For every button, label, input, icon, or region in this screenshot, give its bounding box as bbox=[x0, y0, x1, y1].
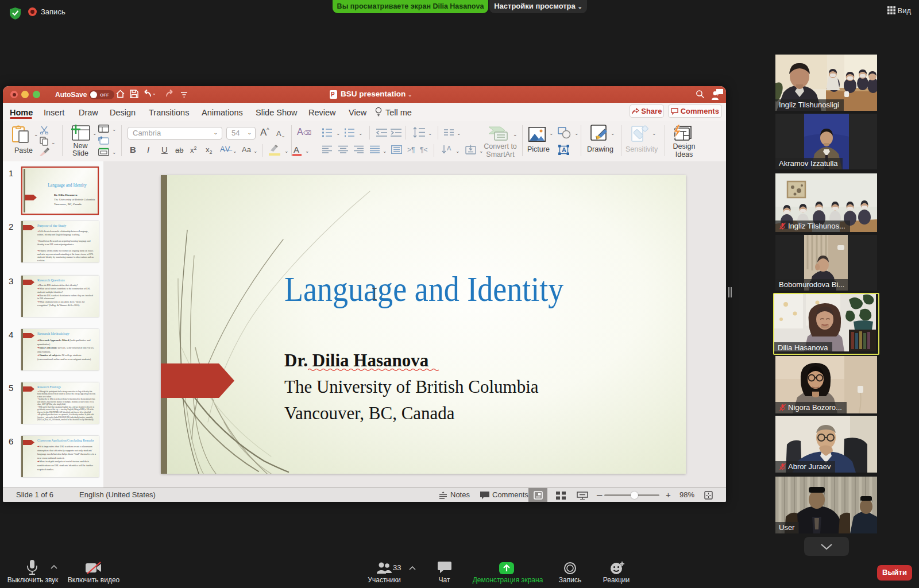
svg-text:A: A bbox=[562, 146, 566, 153]
svg-text:A: A bbox=[447, 145, 451, 152]
